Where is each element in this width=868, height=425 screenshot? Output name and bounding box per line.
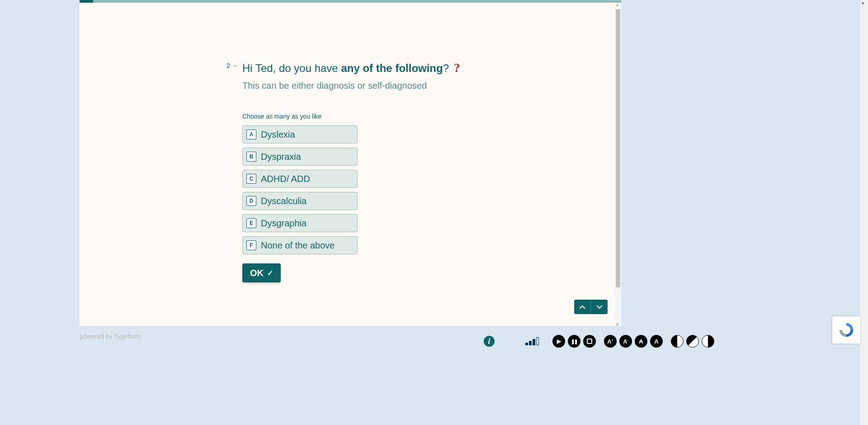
next-question-button[interactable] <box>591 300 608 314</box>
recaptcha-badge[interactable] <box>832 316 860 344</box>
option-label: ADHD/ ADD <box>261 174 310 184</box>
option-f[interactable]: F None of the above <box>242 236 358 254</box>
pause-button[interactable]: ❚❚ <box>568 335 580 348</box>
ok-label: OK <box>250 268 264 278</box>
option-key: D <box>246 196 256 206</box>
question-subtitle: This can be either diagnosis or self-dia… <box>242 81 460 91</box>
option-c[interactable]: C ADHD/ ADD <box>242 170 358 188</box>
option-e[interactable]: E Dysgraphia <box>242 214 358 232</box>
stop-button[interactable] <box>583 335 596 348</box>
question-title-bold: any of the following <box>341 62 443 74</box>
check-icon: ✓ <box>267 269 273 277</box>
font-decrease-button[interactable]: A- <box>619 335 632 348</box>
ok-button[interactable]: OK ✓ <box>242 263 281 282</box>
play-icon: ▶ <box>557 338 561 344</box>
option-b[interactable]: B Dyspraxia <box>242 148 358 166</box>
chevron-down-icon <box>596 305 603 309</box>
options-list: A Dyslexia B Dyspraxia C ADHD/ ADD D Dys… <box>242 125 460 254</box>
chevron-up-icon <box>579 305 585 309</box>
question-title-prefix: Hi Ted, do you have <box>242 62 341 74</box>
prev-question-button[interactable] <box>574 300 591 314</box>
question-title-suffix: ? <box>443 62 449 74</box>
option-label: Dyslexia <box>261 129 295 140</box>
option-label: Dyscalculia <box>261 196 307 206</box>
option-label: Dyspraxia <box>261 152 301 162</box>
question-number-marker: 2 → <box>226 62 237 69</box>
option-key: A <box>246 129 256 139</box>
option-a[interactable]: A Dyslexia <box>242 125 358 143</box>
question-number: 2 <box>226 62 230 69</box>
nav-buttons <box>574 300 608 314</box>
recaptcha-icon <box>838 321 855 339</box>
choose-instruction: Choose as many as you like <box>242 113 460 120</box>
option-key: E <box>246 218 256 228</box>
powered-by-text[interactable]: powered by Typeform <box>80 333 140 340</box>
play-button[interactable]: ▶ <box>552 335 565 348</box>
arrow-right-icon: → <box>231 62 237 69</box>
progress-bar <box>80 0 621 3</box>
option-label: None of the above <box>261 240 335 251</box>
font-reset-button[interactable]: A <box>635 335 647 348</box>
recite-info-icon[interactable]: i <box>484 336 495 347</box>
question-title: Hi Ted, do you have any of the following… <box>242 60 460 76</box>
contrast-button-3[interactable] <box>702 335 714 348</box>
progress-fill <box>80 0 93 3</box>
font-increase-button[interactable]: A+ <box>604 335 617 348</box>
a-minus-icon: A- <box>623 338 628 345</box>
a-icon: A <box>654 338 658 345</box>
accessibility-toolbar: i ▶ ❚❚ A+ A- A A <box>484 335 714 348</box>
question-block: 2 → Hi Ted, do you have any of the follo… <box>242 60 460 282</box>
form-container: 2 → Hi Ted, do you have any of the follo… <box>80 0 621 326</box>
a-plus-icon: A+ <box>607 338 613 345</box>
scrollbar-thumb[interactable] <box>616 9 620 287</box>
option-label: Dysgraphia <box>261 218 307 229</box>
question-mark-icon: ? <box>454 60 460 76</box>
option-key: C <box>246 174 256 184</box>
form-scrollbar[interactable] <box>615 3 621 326</box>
contrast-button-2[interactable] <box>686 335 699 348</box>
contrast-button-1[interactable] <box>671 335 684 348</box>
browser-scrollbar[interactable] <box>860 0 868 425</box>
font-style-button[interactable]: A <box>650 335 663 348</box>
a-strike-icon: A <box>639 338 643 345</box>
option-key: F <box>246 240 256 250</box>
option-key: B <box>246 152 256 162</box>
signal-bars-icon[interactable] <box>525 337 539 345</box>
option-d[interactable]: D Dyscalculia <box>242 192 358 210</box>
pause-icon: ❚❚ <box>571 339 577 344</box>
